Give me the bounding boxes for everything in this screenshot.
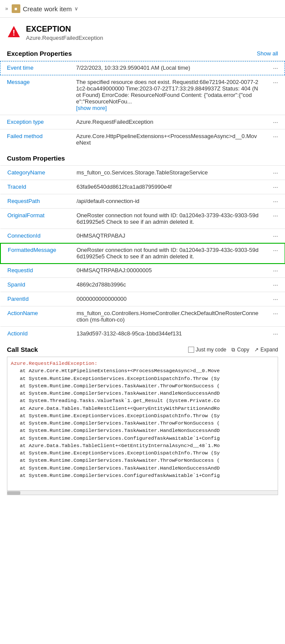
ellipsis-icon[interactable]: ··· — [273, 184, 278, 190]
show-all-link[interactable]: Show all — [257, 50, 278, 57]
prop-key: ActionName — [0, 306, 70, 327]
table-row: SpanId 4869c2d788b3996c ··· — [0, 278, 285, 292]
call-stack-section: Call Stack Just my code ⧉ Copy ↗ Expand … — [0, 341, 285, 495]
prop-key: CategoryName — [0, 166, 70, 180]
prop-value: ms_fulton_co.Services.Storage.TableStora… — [70, 166, 266, 180]
ellipsis-icon[interactable]: ··· — [273, 169, 278, 176]
prop-key: Event time — [0, 61, 69, 75]
formatted-message-row: FormattedMessage OneRoster connection no… — [0, 243, 285, 264]
table-row: Event time 7/22/2023, 10:33:29.9590401 A… — [0, 61, 285, 75]
ellipsis-icon[interactable]: ··· — [273, 310, 278, 317]
custom-properties-title: Custom Properties — [7, 155, 65, 162]
call-stack-title: Call Stack — [7, 346, 38, 353]
table-row: RequestPath /api/default-connection-id ·… — [0, 194, 285, 209]
just-my-code-label: Just my code — [196, 347, 227, 353]
prop-value: The specified resource does not exist. R… — [69, 75, 266, 115]
call-stack-controls: Just my code ⧉ Copy ↗ Expand — [188, 347, 278, 353]
prop-value: ms_fulton_co.Controllers.HomeController.… — [70, 306, 266, 327]
ellipsis-icon[interactable]: ··· — [273, 281, 278, 288]
prop-value: 13a9d597-3132-48c8-95ca-1bbd344ef131 — [70, 327, 266, 341]
prop-actions[interactable]: ··· — [266, 278, 285, 292]
prop-value: 0HMSAQTRPABAJ:00000005 — [70, 264, 266, 278]
custom-properties-header: Custom Properties — [0, 149, 285, 165]
call-stack-first-line: Azure.RequestFailedException: — [11, 361, 97, 366]
prop-value: 7/22/2023, 10:33:29.9590401 AM (Local ti… — [69, 61, 266, 75]
show-more-link[interactable]: [show more] — [76, 105, 107, 111]
exception-properties-table: Event time 7/22/2023, 10:33:29.9590401 A… — [0, 61, 285, 149]
exception-properties-header: Exception Properties Show all — [0, 45, 285, 61]
svg-text:!: ! — [13, 29, 15, 37]
scrollbar-thumb[interactable] — [7, 491, 20, 495]
ellipsis-icon[interactable]: ··· — [273, 133, 278, 140]
copy-label: Copy — [237, 347, 249, 353]
prop-key: ConnectionId — [0, 229, 70, 243]
table-row: ConnectionId 0HMSAQTRPABAJ ··· — [0, 229, 285, 243]
expand-label: Expand — [260, 347, 278, 353]
expand-icon: ↗ — [254, 347, 259, 353]
ellipsis-icon[interactable]: ··· — [273, 267, 278, 274]
exception-title: EXCEPTION — [26, 25, 103, 34]
prop-value: OneRoster connection not found with ID: … — [70, 209, 266, 229]
table-row: RequestId 0HMSAQTRPABAJ:00000005 ··· — [0, 264, 285, 278]
just-my-code-checkbox[interactable] — [188, 347, 194, 353]
prop-value: 0HMSAQTRPABAJ — [70, 229, 266, 243]
copy-button[interactable]: ⧉ Copy — [231, 347, 249, 353]
call-stack-content[interactable]: Azure.RequestFailedException: at Azure.C… — [7, 357, 278, 491]
prop-actions[interactable]: ··· — [266, 129, 285, 150]
exception-subtitle: Azure.RequestFailedException — [26, 35, 103, 41]
prop-value: Azure.Core.HttpPipelineExtensions+<Proce… — [69, 129, 266, 150]
prop-actions[interactable]: ··· — [266, 166, 285, 180]
ellipsis-icon[interactable]: ··· — [273, 64, 278, 71]
ellipsis-icon[interactable]: ··· — [273, 232, 278, 239]
ellipsis-icon[interactable]: ··· — [273, 119, 278, 126]
prop-actions[interactable]: ··· — [266, 327, 285, 341]
prop-actions[interactable]: ··· — [266, 306, 285, 327]
ellipsis-icon[interactable]: ··· — [273, 212, 278, 219]
prop-key: Failed method — [0, 129, 69, 150]
prop-value: Azure.RequestFailedException — [69, 115, 266, 129]
ellipsis-icon[interactable]: ··· — [273, 79, 278, 86]
ellipsis-icon[interactable]: ··· — [273, 247, 278, 254]
ellipsis-icon[interactable]: ··· — [273, 198, 278, 205]
ellipsis-icon[interactable]: ··· — [273, 330, 278, 337]
prop-actions[interactable]: ··· — [266, 115, 285, 129]
table-row: ActionName ms_fulton_co.Controllers.Home… — [0, 306, 285, 327]
prop-actions[interactable]: ··· — [266, 209, 285, 229]
prop-actions[interactable]: ··· — [266, 75, 285, 115]
prop-actions[interactable]: ··· — [266, 229, 285, 243]
create-work-item-label: Create work item — [23, 5, 72, 13]
dropdown-arrow-icon: ∨ — [74, 6, 78, 12]
just-my-code-toggle[interactable]: Just my code — [188, 347, 227, 353]
prop-key: RequestPath — [0, 194, 70, 209]
horizontal-scrollbar[interactable] — [7, 491, 278, 495]
prop-actions[interactable]: ··· — [266, 292, 285, 306]
prop-actions[interactable]: ··· — [266, 243, 285, 264]
expand-button[interactable]: ↗ Expand — [254, 347, 278, 353]
exception-info: EXCEPTION Azure.RequestFailedException — [26, 25, 103, 41]
table-row: Failed method Azure.Core.HttpPipelineExt… — [0, 129, 285, 150]
prop-key: ParentId — [0, 292, 70, 306]
create-work-item-button[interactable]: ■ Create work item ∨ — [12, 4, 78, 13]
prop-key: ActionId — [0, 327, 70, 341]
copy-icon: ⧉ — [231, 347, 235, 353]
prop-key: OriginalFormat — [0, 209, 70, 229]
top-bar: » ■ Create work item ∨ — [0, 0, 285, 18]
prop-actions[interactable]: ··· — [266, 61, 285, 75]
table-row: ParentId 0000000000000000 ··· — [0, 292, 285, 306]
prop-value: 0000000000000000 — [70, 292, 266, 306]
prop-key: RequestId — [0, 264, 70, 278]
table-row: OriginalFormat OneRoster connection not … — [0, 209, 285, 229]
ellipsis-icon[interactable]: ··· — [273, 296, 278, 303]
call-stack-header: Call Stack Just my code ⧉ Copy ↗ Expand — [7, 346, 278, 353]
prop-actions[interactable]: ··· — [266, 194, 285, 209]
prop-actions[interactable]: ··· — [266, 180, 285, 194]
table-row: ActionId 13a9d597-3132-48c8-95ca-1bbd344… — [0, 327, 285, 341]
table-row: Message The specified resource does not … — [0, 75, 285, 115]
prop-actions[interactable]: ··· — [266, 264, 285, 278]
prop-key: TraceId — [0, 180, 70, 194]
work-item-icon: ■ — [12, 4, 20, 13]
prop-value: 63fa9e6540dd8612fca1ad8795990e4f — [70, 180, 266, 194]
chevron-icon: » — [5, 6, 8, 12]
table-row: CategoryName ms_fulton_co.Services.Stora… — [0, 166, 285, 180]
prop-value: 4869c2d788b3996c — [70, 278, 266, 292]
